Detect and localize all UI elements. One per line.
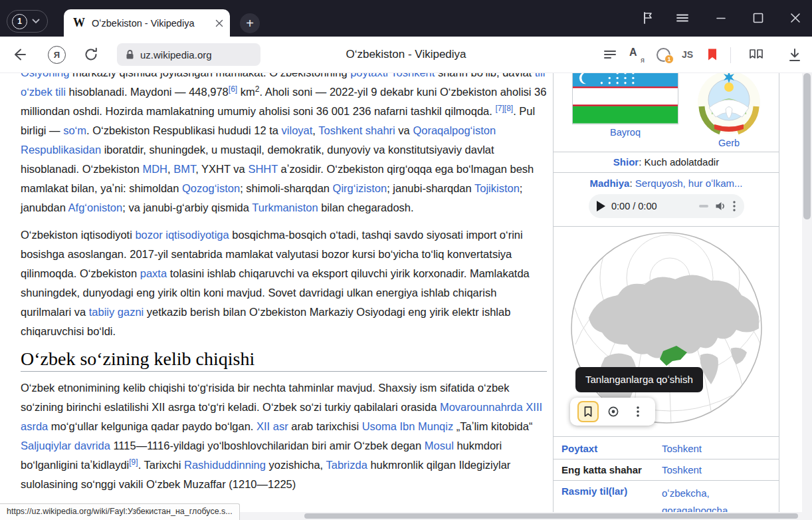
screenshot-button[interactable] — [603, 402, 623, 422]
infobox: Bayroq Gerb Shior: Kuch adolatdadir Madh — [553, 73, 779, 520]
motto-text: Kuch adolatdadir — [645, 156, 720, 168]
horizontal-scrollbar-thumb[interactable] — [304, 513, 798, 519]
menu-button[interactable] — [673, 9, 692, 27]
infobox-row-official-languages: Rasmiy til(lar) oʻzbekcha, qoraqalpoqcha — [554, 480, 779, 516]
lock-icon — [125, 49, 135, 60]
infobox-row-capital: Poytaxt Toshkent — [554, 436, 779, 459]
article-link[interactable]: Turkmaniston — [252, 201, 318, 213]
vertical-scrollbar[interactable] — [802, 73, 812, 512]
anthem-title-link[interactable]: Serquyosh, hur oʻlkam... — [635, 178, 743, 189]
motto-row: Shior: Kuch adolatdadir — [554, 152, 779, 172]
page-title: Oʻzbekiston - Vikipediya — [279, 48, 533, 61]
article-link[interactable]: XII asr — [256, 420, 288, 432]
tab-close-icon[interactable] — [215, 19, 223, 27]
window-titlebar: 1 W Oʻzbekiston - Vikipediya + — [0, 0, 812, 37]
reference-link[interactable]: [9] — [129, 457, 138, 467]
text-segment: , YXHT va — [195, 163, 248, 175]
back-button[interactable] — [11, 46, 28, 63]
bookmark-button[interactable] — [704, 47, 720, 63]
emblem-image[interactable] — [696, 73, 762, 137]
uzbekistan-emblem-icon — [696, 73, 762, 137]
article-link[interactable]: Rashiduddinning — [184, 459, 266, 471]
volume-icon[interactable] — [714, 200, 726, 212]
globe-location-image[interactable] — [570, 231, 763, 424]
page-content: Osiyoning markaziy qismida joylashgan ma… — [0, 73, 812, 520]
article-link[interactable]: soʻm — [63, 124, 86, 136]
translate-button[interactable]: A я — [628, 47, 645, 64]
flag-image[interactable] — [572, 73, 678, 124]
globe-icon — [570, 231, 763, 424]
reference-link[interactable]: [7][8] — [495, 104, 513, 113]
js-toggle-button[interactable]: JS — [682, 49, 693, 60]
seek-bar[interactable] — [699, 205, 708, 207]
article-link[interactable]: Toshkent shahri — [318, 124, 395, 136]
article-link[interactable]: viloyat — [282, 124, 313, 136]
article-link[interactable]: BMT — [173, 163, 195, 175]
browser-tab[interactable]: W Oʻzbekiston - Vikipediya — [64, 9, 230, 37]
text-segment: , — [167, 163, 173, 175]
infobox-label-link[interactable]: Rasmiy til(lar) — [561, 485, 627, 497]
article-link[interactable]: tabiiy gazni — [89, 306, 144, 318]
reference-link[interactable]: [6] — [229, 84, 237, 94]
article-link[interactable]: Mosul — [425, 440, 454, 452]
article-link[interactable]: Tabrizda — [326, 459, 367, 471]
notification-badge: 1 — [664, 55, 674, 64]
text-segment: „Taʼlim kitobida“ — [453, 420, 532, 432]
flag-caption-link[interactable]: Bayroq — [572, 127, 678, 138]
refresh-button[interactable] — [82, 46, 100, 63]
download-icon — [786, 47, 803, 64]
anthem-label-link[interactable]: Madhiya — [589, 178, 629, 189]
article-link[interactable]: paxta — [140, 267, 167, 279]
tab-group-button[interactable]: 1 — [7, 10, 48, 33]
emblem-caption-link[interactable]: Gerb — [696, 138, 762, 148]
article-link[interactable]: Afgʻoniston — [68, 201, 123, 213]
address-bar[interactable]: uz.wikipedia.org — [117, 43, 260, 66]
article-link[interactable]: MDH — [142, 163, 167, 175]
yandex-home-button[interactable]: Я — [48, 46, 66, 64]
play-icon[interactable] — [597, 201, 605, 211]
protect-button[interactable]: 1 — [657, 48, 670, 62]
scrollbar-corner — [802, 512, 812, 520]
divider — [554, 172, 779, 173]
text-segment: . Oʻzbekiston Respublikasi hududi 12 ta — [86, 124, 282, 136]
collections-button[interactable] — [748, 47, 765, 64]
article-link[interactable]: Saljuqiylar davrida — [21, 440, 110, 452]
vertical-scrollbar-thumb[interactable] — [803, 73, 811, 219]
article-link[interactable]: bozor iqtisodiyotiga — [135, 229, 229, 241]
audio-player[interactable]: 0:00 / 0:00 — [589, 194, 744, 218]
audio-menu-icon[interactable] — [732, 200, 736, 212]
article-link[interactable]: SHHT — [248, 163, 278, 175]
add-to-collections-button[interactable] — [577, 401, 599, 422]
reader-mode-button[interactable] — [601, 47, 619, 64]
infobox-label: Eng katta shahar — [561, 464, 642, 475]
infobox-value-link[interactable]: Toshkent — [662, 464, 702, 475]
bookmark-flag-icon — [704, 47, 720, 63]
article-link[interactable]: Osiyoning — [21, 73, 69, 78]
text-segment: bilan chegaradosh. — [318, 201, 414, 213]
bookmark-outline-icon — [581, 404, 595, 419]
minimize-button[interactable] — [712, 9, 730, 27]
browser-toolbar: Я uz.wikipedia.org Oʻzbekiston - Vikiped… — [0, 37, 812, 73]
text-segment: ; va janubi-gʻarbiy qismida — [122, 201, 252, 213]
article-link[interactable]: Qozogʻiston — [182, 182, 240, 194]
article-link[interactable]: Usoma Ibn Munqiz — [362, 420, 454, 432]
article-link[interactable]: poytaxti Toshkent — [350, 73, 435, 78]
text-segment: 1115—1116-yildagi yoʻlboshlovchilaridan … — [110, 440, 425, 452]
article-link[interactable]: Tojikiston — [474, 182, 520, 194]
new-tab-button[interactable]: + — [240, 13, 260, 33]
refresh-icon — [83, 47, 99, 63]
panel-flag-button[interactable] — [639, 9, 657, 27]
uzbekistan-flag-icon — [573, 73, 678, 124]
translate-letter-small: я — [641, 56, 645, 64]
more-actions-button[interactable] — [628, 402, 648, 422]
download-button[interactable] — [786, 47, 803, 64]
infobox-value-link[interactable]: Toshkent — [662, 443, 702, 454]
plus-icon: + — [246, 17, 254, 30]
tab-group-count-badge: 1 — [12, 14, 27, 29]
motto-label-link[interactable]: Shior — [613, 156, 639, 168]
infobox-label-link[interactable]: Poytaxt — [561, 443, 597, 454]
maximize-button[interactable] — [749, 9, 767, 27]
close-button[interactable] — [786, 9, 805, 27]
text-segment: km — [237, 86, 255, 98]
article-link[interactable]: Qirgʻiziston — [333, 182, 387, 194]
